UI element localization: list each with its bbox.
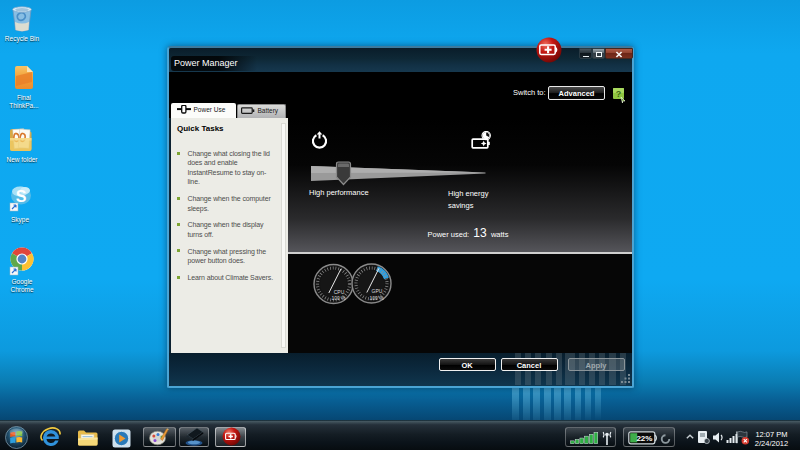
svg-text:100 %: 100 % [331,295,346,301]
svg-text:?: ? [616,89,622,99]
svg-text:100 %: 100 % [369,294,384,300]
svg-text:CPU: CPU [334,288,345,294]
svg-text:22%: 22% [636,434,652,443]
svg-text:S: S [16,188,27,205]
svg-text:GPU: GPU [372,288,383,294]
